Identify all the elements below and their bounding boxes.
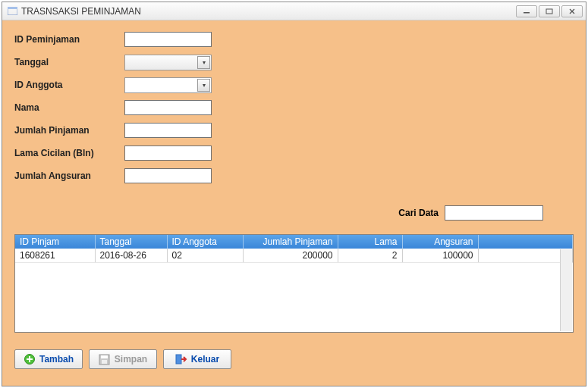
cell-blank [478, 249, 573, 263]
col-id-anggota[interactable]: ID Anggota [167, 235, 243, 249]
id-anggota-combo[interactable]: ▾ [124, 77, 212, 93]
keluar-button[interactable]: Keluar [163, 349, 231, 369]
label-cari-data: Cari Data [398, 208, 439, 218]
col-tanggal[interactable]: Tanggal [95, 235, 167, 249]
tanggal-datepicker[interactable]: ▾ [124, 55, 212, 70]
simpan-label: Simpan [115, 354, 147, 365]
close-button[interactable] [561, 5, 583, 17]
titlebar: TRASNSAKSI PEMINJAMAN [2, 2, 586, 20]
keluar-label: Keluar [191, 354, 219, 365]
simpan-button[interactable]: Simpan [89, 349, 157, 369]
svg-rect-3 [546, 9, 552, 14]
window-title: TRASNSAKSI PEMINJAMAN [21, 6, 516, 17]
window: TRASNSAKSI PEMINJAMAN ID Peminjaman Tang… [2, 2, 586, 386]
table-row[interactable]: 16082612016-08-26022000002100000 [15, 249, 573, 263]
cell-angsuran: 100000 [402, 249, 478, 263]
minimize-button[interactable] [516, 5, 537, 17]
tambah-label: Tambah [39, 354, 74, 365]
col-angsuran[interactable]: Angsuran [402, 235, 478, 249]
jumlah-angsuran-input[interactable] [124, 168, 212, 183]
label-id-peminjaman: ID Peminjaman [14, 34, 124, 45]
cell-jumlah_pinjaman: 200000 [243, 249, 338, 263]
plus-circle-icon [24, 353, 36, 365]
maximize-button[interactable] [539, 5, 560, 17]
cell-id_pinjam: 1608261 [15, 249, 95, 263]
svg-rect-8 [27, 358, 33, 360]
label-jumlah-angsuran: Jumlah Angsuran [14, 171, 124, 181]
grid-header-row: ID Pinjam Tanggal ID Anggota Jumlah Pinj… [15, 235, 573, 249]
cari-data-input[interactable] [445, 205, 543, 221]
grid-scrollbar[interactable] [560, 249, 572, 331]
svg-rect-12 [176, 355, 181, 364]
svg-rect-2 [524, 12, 530, 14]
nama-input[interactable] [124, 100, 212, 115]
exit-icon [175, 353, 187, 365]
lama-cicilan-input[interactable] [124, 146, 212, 161]
col-id-pinjam[interactable]: ID Pinjam [15, 235, 95, 249]
chevron-down-icon: ▾ [197, 56, 210, 69]
client-area: ID Peminjaman Tanggal ▾ ID Anggota ▾ Nam… [2, 20, 586, 386]
label-jumlah-pinjaman: Jumlah Pinjaman [14, 125, 124, 136]
cell-id_anggota: 02 [167, 249, 243, 263]
id-peminjaman-input[interactable] [124, 32, 212, 47]
col-lama[interactable]: Lama [338, 235, 402, 249]
label-tanggal: Tanggal [14, 57, 124, 67]
tambah-button[interactable]: Tambah [14, 349, 83, 369]
chevron-down-icon: ▾ [197, 79, 210, 92]
svg-rect-11 [102, 360, 107, 364]
label-nama: Nama [14, 102, 124, 113]
app-icon [7, 6, 17, 17]
window-buttons [516, 5, 583, 17]
svg-rect-10 [101, 355, 108, 358]
button-bar: Tambah Simpan Keluar [14, 349, 231, 369]
col-jumlah-pinjaman[interactable]: Jumlah Pinjaman [243, 235, 338, 249]
cell-tanggal: 2016-08-26 [95, 249, 167, 263]
svg-rect-1 [8, 7, 17, 9]
label-id-anggota: ID Anggota [14, 80, 124, 90]
data-grid[interactable]: ID Pinjam Tanggal ID Anggota Jumlah Pinj… [14, 234, 574, 333]
label-lama-cicilan: Lama Cicilan (Bln) [14, 148, 124, 158]
cell-lama: 2 [338, 249, 402, 263]
jumlah-pinjaman-input[interactable] [124, 123, 212, 138]
save-icon [99, 353, 111, 365]
col-blank [478, 235, 573, 249]
